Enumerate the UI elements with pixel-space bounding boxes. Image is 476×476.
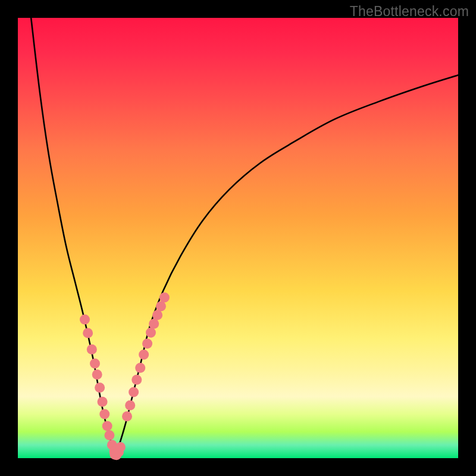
chart-svg	[18, 18, 458, 458]
scatter-dot	[131, 375, 142, 385]
scatter-dot	[135, 363, 145, 373]
scatter-dot	[142, 339, 152, 349]
scatter-dot	[104, 430, 114, 440]
watermark-text: TheBottleneck.com	[350, 4, 469, 20]
scatter-dot	[146, 328, 156, 338]
scatter-dot	[152, 310, 162, 320]
scatter-dot	[83, 328, 93, 338]
scatter-dots	[80, 292, 170, 460]
scatter-dot	[149, 319, 159, 329]
scatter-dot	[98, 397, 108, 407]
scatter-dot	[95, 383, 105, 393]
scatter-dot	[156, 301, 166, 311]
scatter-dot	[159, 292, 170, 302]
scatter-dot	[90, 358, 100, 368]
scatter-dot	[125, 400, 135, 411]
curve-right-branch	[115, 75, 458, 456]
scatter-dot	[102, 421, 112, 431]
scatter-dot	[99, 409, 109, 419]
scatter-dot	[139, 350, 149, 360]
scatter-dot	[92, 369, 102, 380]
chart-frame: TheBottleneck.com	[0, 0, 476, 476]
scatter-dot	[87, 345, 97, 355]
scatter-dot	[80, 314, 90, 324]
scatter-dot	[122, 411, 132, 421]
scatter-dot	[129, 387, 139, 397]
scatter-dot	[115, 442, 126, 452]
